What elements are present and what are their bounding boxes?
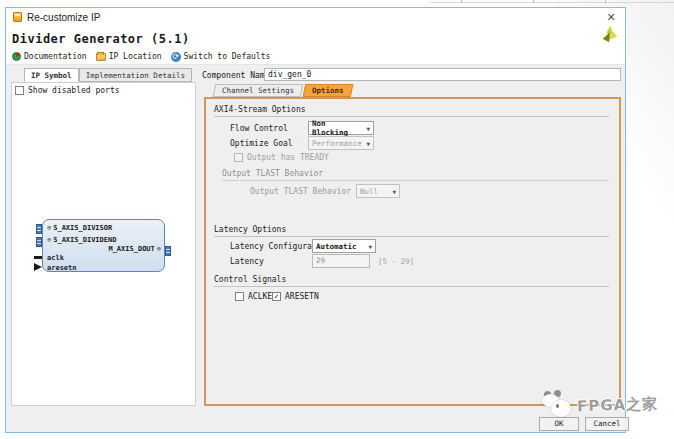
- bus-connector-icon: [36, 224, 42, 234]
- output-tlast-behavior-label: Output TLAST Behavior: [250, 187, 351, 196]
- flow-control-label: Flow Control: [230, 124, 288, 133]
- folder-icon: [96, 53, 106, 61]
- aresetn-checkbox[interactable]: ✓: [272, 292, 281, 301]
- port-label: aclk: [47, 254, 64, 262]
- chevron-down-icon: ▼: [368, 243, 372, 250]
- ip-symbol-panel: ✓ Show disabled ports ⊕ S_AXIS_DIVISOR ⊕…: [11, 82, 196, 406]
- ip-location-label: IP Location: [109, 52, 162, 61]
- component-name-label: Component Name: [202, 71, 269, 80]
- flow-control-value: Non Blocking: [312, 119, 363, 137]
- port-label: aresetn: [47, 264, 77, 272]
- expand-plus-icon[interactable]: ⊕: [47, 236, 51, 244]
- aclk-pin-icon: [34, 256, 42, 259]
- tab-options[interactable]: Options: [303, 84, 353, 97]
- output-has-tready-label: Output has TREADY: [247, 153, 329, 162]
- dialog-content: IP Symbol Implementation Details ✓ Show …: [6, 65, 625, 432]
- documentation-icon: [12, 52, 21, 61]
- documentation-button[interactable]: Documentation: [12, 52, 87, 61]
- watermark-text: FPGA之家: [577, 394, 659, 416]
- output-has-tready-row: ✓ Output has TREADY: [234, 153, 329, 162]
- expand-plus-icon[interactable]: ⊕: [157, 245, 161, 253]
- aresetn-pin-icon: [34, 263, 42, 271]
- aclken-checkbox[interactable]: ✓: [235, 292, 244, 301]
- latency-configuration-dropdown[interactable]: Automatic ▼: [312, 239, 376, 253]
- documentation-label: Documentation: [24, 52, 87, 61]
- port-aresetn: aresetn: [47, 264, 77, 272]
- ip-core-title: Divider Generator (5.1): [12, 32, 190, 46]
- ip-dialog-icon: [13, 12, 22, 22]
- latency-label: Latency: [230, 257, 264, 266]
- expand-plus-icon[interactable]: ⊕: [47, 224, 51, 232]
- switch-to-defaults-button[interactable]: ⟳ Switch to Defaults: [171, 52, 271, 62]
- port-s-axis-divisor: ⊕ S_AXIS_DIVISOR: [47, 224, 112, 232]
- xilinx-logo-icon: [599, 24, 621, 46]
- options-panel: AXI4-Stream Options Flow Control Non Blo…: [204, 97, 621, 406]
- right-tab-bar: Channel Settings Options: [214, 84, 352, 97]
- chevron-down-icon: ▼: [366, 125, 370, 132]
- tab-ip-symbol[interactable]: IP Symbol: [24, 68, 79, 82]
- port-aclk: aclk: [47, 254, 64, 262]
- flow-control-dropdown[interactable]: Non Blocking ▼: [308, 121, 374, 135]
- ip-location-button[interactable]: IP Location: [96, 52, 162, 61]
- axi4-stream-options-header: AXI4-Stream Options: [214, 105, 609, 117]
- optimize-goal-dropdown: Performance ▼: [308, 136, 374, 150]
- show-disabled-ports-checkbox[interactable]: ✓: [15, 86, 24, 95]
- show-disabled-ports-label: Show disabled ports: [28, 86, 120, 95]
- tab-channel-settings-label: Channel Settings: [222, 85, 294, 97]
- aresetn-label: ARESETN: [285, 292, 319, 301]
- tab-implementation-details[interactable]: Implementation Details: [79, 68, 192, 82]
- optimize-goal-value: Performance: [312, 139, 362, 148]
- dialog-title: Re-customize IP: [27, 12, 100, 23]
- tab-channel-settings[interactable]: Channel Settings: [213, 84, 304, 97]
- latency-options-header: Latency Options: [214, 225, 609, 237]
- latency-configuration-value: Automatic: [316, 242, 357, 251]
- ok-button[interactable]: OK: [539, 417, 579, 431]
- tab-ip-symbol-label: IP Symbol: [31, 71, 72, 80]
- left-tab-bar: IP Symbol Implementation Details: [24, 68, 192, 82]
- output-tlast-behavior-dropdown: Null ▼: [356, 184, 400, 198]
- port-m-axis-dout: M_AXIS_DOUT ⊕: [108, 245, 161, 253]
- port-label: S_AXIS_DIVISOR: [53, 224, 112, 232]
- output-has-tready-checkbox: ✓: [234, 153, 243, 162]
- component-name-field[interactable]: div_gen_0: [264, 68, 621, 81]
- latency-range-hint: [5 - 29]: [378, 257, 414, 266]
- ip-symbol-block: ⊕ S_AXIS_DIVISOR ⊕ S_AXIS_DIVIDEND M_AXI…: [42, 219, 165, 272]
- dialog-toolbar: Documentation IP Location ⟳ Switch to De…: [6, 49, 625, 65]
- output-tlast-behavior-header: Output TLAST Behavior: [222, 169, 609, 181]
- close-icon[interactable]: ✕: [605, 11, 617, 23]
- chevron-down-icon: ▼: [392, 188, 396, 195]
- output-tlast-behavior-value: Null: [360, 187, 378, 196]
- port-label: M_AXIS_DOUT: [108, 245, 154, 253]
- switch-defaults-label: Switch to Defaults: [184, 52, 271, 61]
- optimize-goal-label: Optimize Goal: [230, 139, 293, 148]
- port-s-axis-dividend: ⊕ S_AXIS_DIVIDEND: [47, 236, 116, 244]
- aresetn-row: ✓ ARESETN: [272, 292, 319, 301]
- tab-options-label: Options: [312, 85, 344, 97]
- chevron-down-icon: ▼: [366, 140, 370, 147]
- dialog-titlebar: Re-customize IP ✕: [6, 8, 625, 26]
- bus-connector-icon: [36, 237, 42, 247]
- background-window-edge: [430, 0, 674, 3]
- background-tick: [533, 0, 534, 3]
- port-label: S_AXIS_DIVIDEND: [53, 236, 116, 244]
- control-signals-header: Control Signals: [214, 275, 609, 287]
- cancel-button[interactable]: Cancel: [585, 417, 629, 431]
- watermark: FPGA之家: [541, 391, 658, 419]
- switch-defaults-icon: ⟳: [171, 52, 181, 62]
- dialog-header: Divider Generator (5.1): [6, 26, 625, 49]
- bus-connector-icon: [165, 246, 171, 256]
- tab-implementation-details-label: Implementation Details: [86, 71, 185, 80]
- latency-field: 29: [312, 254, 370, 268]
- background-tick: [605, 0, 606, 3]
- background-tick: [461, 0, 462, 3]
- aclken-row: ✓ ACLKEN: [235, 292, 277, 301]
- recustomize-ip-dialog: Re-customize IP ✕ Divider Generator (5.1…: [5, 7, 626, 433]
- show-disabled-ports-row: ✓ Show disabled ports: [12, 83, 195, 95]
- mascot-icon: [541, 391, 575, 419]
